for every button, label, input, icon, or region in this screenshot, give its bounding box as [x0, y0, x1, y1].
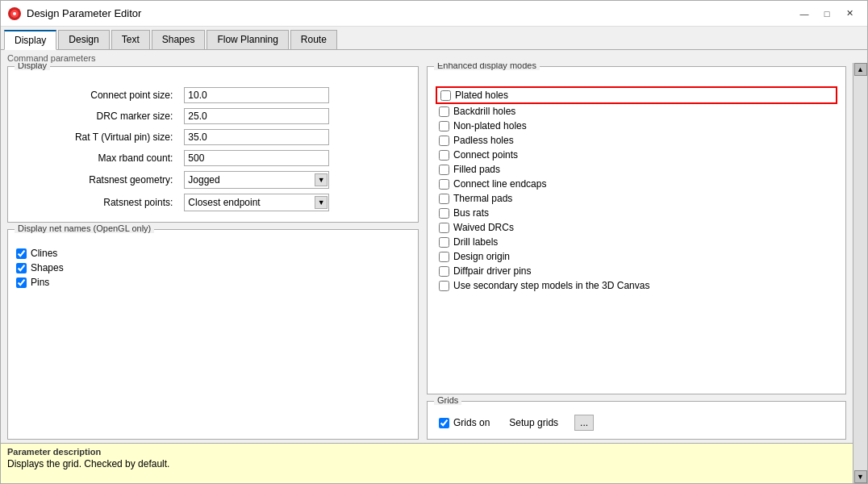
table-row: Ratsnest points: Closest endpoint All en…	[16, 191, 410, 214]
close-button[interactable]: ✕	[838, 4, 861, 23]
drc-marker-cell	[181, 106, 410, 127]
secondary-step-label: Use secondary step models in the 3D Canv…	[453, 280, 649, 291]
grids-on-item: Grids on	[436, 415, 493, 430]
non-plated-holes-label: Non-plated holes	[453, 120, 527, 131]
enhanced-item-non-plated-holes: Non-plated holes	[436, 119, 837, 133]
enhanced-item-bus-rats: Bus rats	[436, 206, 837, 220]
tab-display[interactable]: Display	[4, 30, 56, 50]
connect-points-checkbox[interactable]	[439, 150, 449, 161]
connect-point-label: Connect point size:	[16, 85, 181, 106]
checkbox-shapes: Shapes	[16, 261, 410, 275]
clines-checkbox[interactable]	[16, 248, 27, 259]
max-rband-input[interactable]	[184, 150, 329, 166]
clines-label: Clines	[31, 248, 57, 259]
waived-drcs-checkbox[interactable]	[439, 223, 449, 233]
scroll-down-button[interactable]: ▼	[854, 470, 867, 483]
bus-rats-checkbox[interactable]	[439, 208, 449, 219]
checkbox-clines: Clines	[16, 246, 410, 261]
net-names-fieldset: Display net names (OpenGL only) Clines S…	[7, 229, 419, 440]
enhanced-list: Plated holes Backdrill holes Non-plated …	[436, 86, 837, 293]
bottom-section: Parameter description Displays the grid.…	[1, 443, 853, 483]
app-icon	[7, 6, 22, 21]
filled-pads-label: Filled pads	[453, 164, 500, 175]
window-title: Design Parameter Editor	[27, 7, 141, 19]
scrollbar[interactable]: ▲ ▼	[853, 63, 867, 483]
thermal-pads-label: Thermal pads	[453, 193, 512, 204]
enhanced-item-padless-holes: Padless holes	[436, 133, 837, 148]
grids-section: Grids Grids on Setup grids ...	[427, 401, 846, 440]
net-names-checkbox-list: Clines Shapes Pins	[16, 246, 410, 290]
setup-grids-button[interactable]: ...	[574, 415, 594, 431]
plated-holes-checkbox[interactable]	[440, 90, 451, 101]
drc-marker-input[interactable]	[184, 108, 329, 124]
drill-labels-checkbox[interactable]	[439, 237, 449, 248]
drill-labels-label: Drill labels	[453, 236, 498, 248]
ratsnest-geo-label: Ratsnest geometry:	[16, 169, 181, 191]
grids-content: Grids on Setup grids ...	[436, 415, 837, 431]
max-rband-label: Max rband count:	[16, 148, 181, 169]
tab-shapes[interactable]: Shapes	[152, 30, 206, 49]
display-fieldset: Display Connect point size: DRC marker	[7, 66, 419, 223]
waived-drcs-label: Waived DRCs	[453, 222, 514, 233]
checkbox-pins: Pins	[16, 275, 410, 290]
title-bar-controls: — □ ✕	[793, 4, 861, 23]
enhanced-item-filled-pads: Filled pads	[436, 162, 837, 177]
window: Design Parameter Editor — □ ✕ Display De…	[0, 0, 868, 484]
connect-line-checkbox[interactable]	[439, 179, 449, 190]
command-params-label: Command parameters	[1, 50, 867, 63]
diffpair-checkbox[interactable]	[439, 266, 449, 277]
filled-pads-checkbox[interactable]	[439, 165, 449, 175]
enhanced-item-backdrill-holes: Backdrill holes	[436, 104, 837, 119]
ratsnest-geo-wrapper: Jogged Manhattan Diagonal ▼	[184, 171, 329, 189]
ratsnest-pts-cell: Closest endpoint All endpoints ▼	[181, 191, 410, 214]
enhanced-item-plated-holes: Plated holes	[436, 86, 837, 104]
tab-flow-planning[interactable]: Flow Planning	[207, 30, 288, 49]
ratsnest-pts-label: Ratsnest points:	[16, 191, 181, 214]
connect-point-input[interactable]	[184, 87, 329, 103]
maximize-button[interactable]: □	[816, 4, 838, 23]
table-row: Ratsnest geometry: Jogged Manhattan Diag…	[16, 169, 410, 191]
backdrill-holes-label: Backdrill holes	[453, 106, 515, 117]
rat-t-label: Rat T (Virtual pin) size:	[16, 127, 181, 148]
plated-holes-label: Plated holes	[455, 90, 508, 101]
svg-point-2	[13, 12, 16, 15]
table-row: DRC marker size:	[16, 106, 410, 127]
thermal-pads-checkbox[interactable]	[439, 194, 449, 204]
secondary-step-checkbox[interactable]	[439, 281, 449, 291]
enhanced-fieldset: Enhanced display modes Plated holes Back…	[427, 66, 846, 394]
pins-label: Pins	[31, 277, 49, 288]
non-plated-holes-checkbox[interactable]	[439, 121, 449, 131]
tab-design[interactable]: Design	[58, 30, 109, 49]
diffpair-label: Diffpair driver pins	[453, 265, 531, 277]
display-form-table: Connect point size: DRC marker size:	[16, 85, 410, 214]
ratsnest-geo-cell: Jogged Manhattan Diagonal ▼	[181, 169, 410, 191]
enhanced-legend: Enhanced display modes	[434, 63, 540, 70]
enhanced-item-waived-drcs: Waived DRCs	[436, 220, 837, 235]
scroll-up-button[interactable]: ▲	[854, 63, 867, 76]
ratsnest-geo-select[interactable]: Jogged Manhattan Diagonal	[184, 171, 329, 189]
pins-checkbox[interactable]	[16, 277, 27, 288]
rat-t-input[interactable]	[184, 129, 329, 145]
padless-holes-checkbox[interactable]	[439, 136, 449, 146]
shapes-checkbox[interactable]	[16, 263, 27, 273]
enhanced-item-connect-points: Connect points	[436, 148, 837, 162]
tab-route[interactable]: Route	[290, 30, 337, 49]
setup-grids-label: Setup grids	[509, 417, 558, 428]
tab-bar: Display Design Text Shapes Flow Planning…	[1, 27, 867, 50]
table-row: Max rband count:	[16, 148, 410, 169]
ratsnest-pts-select[interactable]: Closest endpoint All endpoints	[184, 194, 329, 211]
left-panel: Display Connect point size: DRC marker	[7, 66, 419, 440]
design-origin-checkbox[interactable]	[439, 252, 449, 262]
tab-text[interactable]: Text	[111, 30, 150, 49]
padless-holes-label: Padless holes	[453, 135, 514, 146]
connect-point-cell	[181, 85, 410, 106]
grids-on-checkbox[interactable]	[439, 418, 449, 428]
backdrill-holes-checkbox[interactable]	[439, 106, 449, 117]
enhanced-item-thermal-pads: Thermal pads	[436, 191, 837, 206]
enhanced-item-diffpair: Diffpair driver pins	[436, 264, 837, 278]
design-origin-label: Design origin	[453, 251, 510, 262]
drc-marker-label: DRC marker size:	[16, 106, 181, 127]
connect-points-label: Connect points	[453, 149, 518, 161]
param-description-text: Displays the grid. Checked by default.	[7, 458, 846, 469]
minimize-button[interactable]: —	[793, 4, 816, 23]
